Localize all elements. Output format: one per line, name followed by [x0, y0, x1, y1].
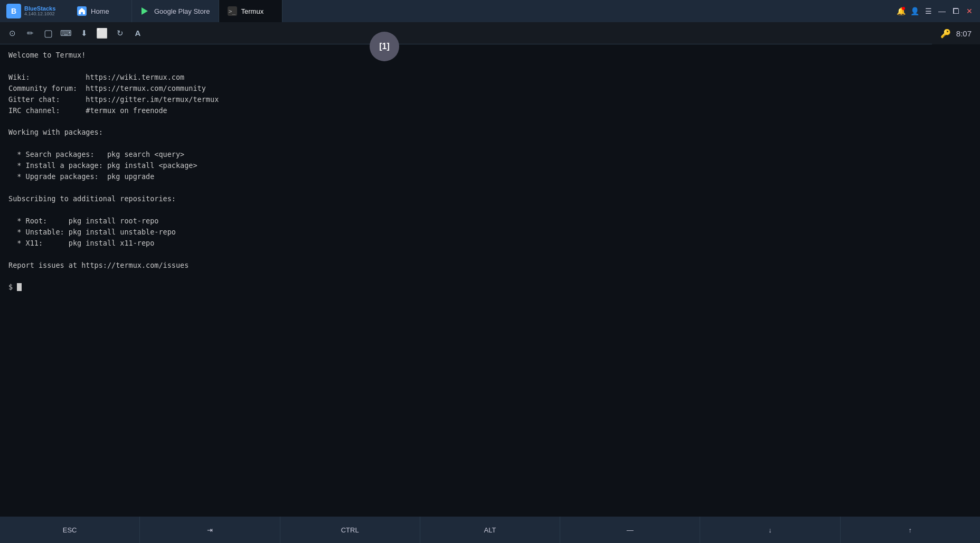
ctrl-key-label: CTRL — [341, 526, 359, 534]
session-badge[interactable]: [1] — [370, 32, 399, 61]
menu-button[interactable]: ☰ — [923, 6, 934, 16]
restore-icon: ⧠ — [952, 7, 959, 15]
account-icon: 👤 — [910, 7, 919, 15]
square-icon: ▢ — [44, 27, 53, 39]
alt-key[interactable]: ALT — [420, 517, 560, 543]
dash-key[interactable]: — — [560, 517, 700, 543]
notification-dot — [902, 7, 905, 10]
bluestacks-logo-icon: B — [6, 4, 21, 18]
down-arrow-icon: ↓ — [768, 526, 772, 534]
screenshot-icon: ⊙ — [9, 29, 16, 38]
home-tab-label: Home — [91, 7, 109, 15]
play-store-tab-label: Google Play Store — [154, 7, 210, 15]
square-button[interactable]: ▢ — [40, 25, 56, 41]
text-icon: A — [135, 29, 141, 38]
up-arrow-icon: ↑ — [909, 526, 912, 534]
bottom-bar: ESC ⇥ CTRL ALT — ↓ ↑ — [0, 517, 980, 543]
terminal[interactable]: Welcome to Termux! Wiki: https://wiki.te… — [0, 44, 980, 517]
pencil-icon: ✏ — [27, 29, 34, 38]
download-button[interactable]: ⬇ — [76, 25, 92, 41]
dash-key-label: — — [627, 526, 634, 534]
tab-home[interactable]: Home — [69, 0, 132, 22]
record-icon: ⬜ — [96, 27, 108, 39]
home-tab-icon — [77, 6, 87, 16]
pencil-button[interactable]: ✏ — [22, 25, 38, 41]
terminal-cursor — [17, 283, 22, 291]
download-icon: ⬇ — [81, 29, 88, 38]
key-icon: 🔑 — [940, 29, 951, 39]
record-button[interactable]: ⬜ — [94, 25, 110, 41]
close-button[interactable]: ✕ — [964, 6, 975, 16]
bluestacks-logo-text: BlueStacks 4.140.12.1002 — [24, 5, 55, 17]
bluestacks-version: 4.140.12.1002 — [24, 12, 55, 17]
up-arrow-key[interactable]: ↑ — [841, 517, 980, 543]
hamburger-icon: ☰ — [925, 7, 932, 15]
session-badge-label: [1] — [379, 42, 390, 51]
screenshot-button[interactable]: ⊙ — [4, 25, 20, 41]
tab-key[interactable]: ⇥ — [140, 517, 280, 543]
account-button[interactable]: 👤 — [909, 6, 920, 16]
keyboard-button[interactable]: ⌨ — [58, 25, 74, 41]
restore-button[interactable]: ⧠ — [950, 6, 961, 16]
esc-key-label: ESC — [63, 526, 77, 534]
play-store-icon — [140, 6, 150, 16]
minimize-icon: — — [938, 7, 946, 15]
text-button[interactable]: A — [130, 25, 146, 41]
clock: 8:07 — [956, 29, 972, 38]
bluestacks-logo: B BlueStacks 4.140.12.1002 — [0, 4, 69, 18]
tab-termux[interactable]: >_ Termux — [219, 0, 282, 22]
esc-key[interactable]: ESC — [0, 517, 140, 543]
tab-play-store[interactable]: Google Play Store — [132, 0, 219, 22]
down-arrow-key[interactable]: ↓ — [700, 517, 840, 543]
termux-tab-label: Termux — [241, 7, 264, 15]
alt-key-label: ALT — [484, 526, 496, 534]
tabs-container: Home Google Play Store >_ Termux — [69, 0, 890, 22]
terminal-output: Welcome to Termux! Wiki: https://wiki.te… — [8, 50, 972, 293]
play-triangle-icon — [142, 7, 148, 15]
system-tray: 🔑 8:07 — [932, 22, 980, 44]
minimize-button[interactable]: — — [937, 6, 947, 16]
toolbar: ⊙ ✏ ▢ ⌨ ⬇ ⬜ ↻ A 🔑 8:07 — [0, 22, 980, 44]
ctrl-key[interactable]: CTRL — [280, 517, 420, 543]
termux-tab-icon: >_ — [228, 6, 237, 16]
rotate-icon: ↻ — [117, 29, 124, 38]
title-bar: B BlueStacks 4.140.12.1002 Home Google P… — [0, 0, 980, 22]
tab-key-icon: ⇥ — [207, 526, 213, 534]
notification-bell-button[interactable]: 🔔 — [896, 6, 906, 16]
rotate-button[interactable]: ↻ — [112, 25, 128, 41]
title-bar-controls: 🔔 👤 ☰ — ⧠ ✕ — [890, 6, 980, 16]
close-icon: ✕ — [966, 7, 973, 15]
keyboard-icon: ⌨ — [60, 29, 72, 38]
